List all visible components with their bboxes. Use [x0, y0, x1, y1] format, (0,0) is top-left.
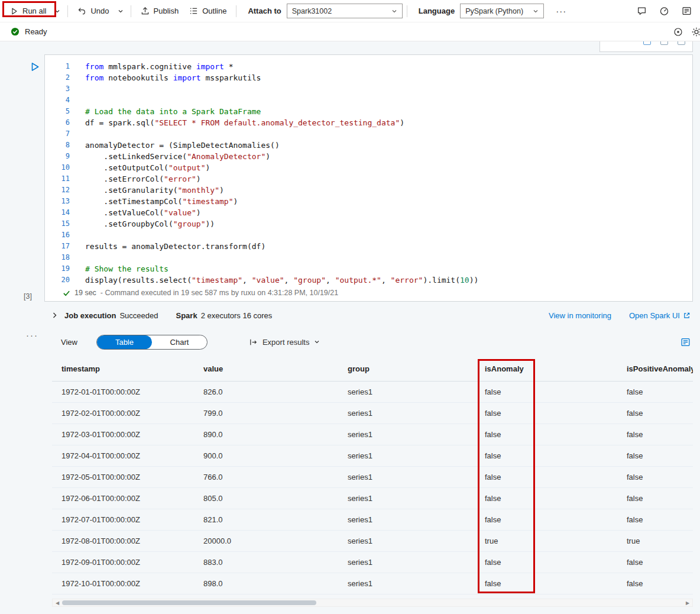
settings-button[interactable]	[691, 27, 700, 37]
cell-more-actions[interactable]: ···	[26, 330, 38, 340]
outline-label: Outline	[202, 7, 226, 15]
column-header[interactable]: timestamp	[52, 364, 194, 373]
more-commands-button[interactable]: ···	[552, 4, 570, 18]
table-row[interactable]: 1972-07-01T00:00:00Z821.0series1falsefal…	[52, 509, 693, 531]
job-links: View in monitoring Open Spark UI	[549, 311, 691, 320]
table-cell: 1972-05-01T00:00:00Z	[52, 473, 194, 481]
view-options-icon	[680, 337, 691, 347]
line-number: 4	[45, 95, 70, 106]
execution-count: [3]	[24, 292, 32, 300]
toolbar-divider	[236, 5, 236, 17]
tab-chart[interactable]: Chart	[152, 335, 207, 349]
table-cell: false	[617, 409, 693, 418]
table-row[interactable]: 1972-04-01T00:00:00Z900.0series1falsefal…	[52, 445, 693, 467]
line-number: 8	[45, 140, 70, 151]
code-line: 14 .setValueCol("value")	[45, 207, 692, 218]
table-cell: false	[475, 451, 617, 460]
publish-icon	[141, 7, 150, 15]
language-select[interactable]: PySpark (Python)	[460, 4, 544, 18]
line-number: 1	[45, 61, 70, 72]
export-results-button[interactable]: Export results	[249, 338, 320, 347]
table-cell: series1	[338, 473, 475, 481]
run-all-dropdown-button[interactable]	[51, 5, 63, 17]
play-icon	[30, 62, 40, 72]
session-status-bar: Ready	[0, 22, 700, 41]
publish-button[interactable]: Publish	[135, 4, 184, 18]
table-row[interactable]: 1972-05-01T00:00:00Z766.0series1falsefal…	[52, 467, 693, 488]
run-all-label: Run all	[22, 7, 46, 15]
outline-button[interactable]: Outline	[184, 4, 232, 18]
code-line: 19# Show the results	[45, 263, 692, 274]
chevron-down-icon	[118, 8, 124, 14]
table-row[interactable]: 1972-06-01T00:00:00Z805.0series1falsefal…	[52, 488, 693, 509]
scroll-right-arrow-icon[interactable]: ▶	[683, 600, 692, 606]
attach-to-select[interactable]: Spark31002	[287, 4, 403, 18]
line-number: 5	[45, 106, 70, 117]
scrollbar-thumb[interactable]	[62, 600, 316, 605]
language-value: PySpark (Python)	[465, 7, 523, 15]
comments-button[interactable]	[637, 6, 647, 16]
table-cell: 1972-06-01T00:00:00Z	[52, 494, 194, 503]
outline-icon	[189, 7, 198, 15]
spark-monitor-button[interactable]	[659, 6, 669, 16]
table-row[interactable]: 1972-08-01T00:00:00Z20000.0series1truetr…	[52, 531, 693, 552]
table-cell: series1	[338, 451, 475, 460]
scrollbar-track[interactable]	[62, 599, 683, 606]
export-icon	[249, 338, 258, 347]
table-row[interactable]: 1972-09-01T00:00:00Z883.0series1falsefal…	[52, 552, 693, 573]
code-editor[interactable]: 1from mmlspark.cognitive import *2from n…	[45, 55, 692, 286]
table-cell: series1	[338, 515, 475, 524]
open-spark-ui-link[interactable]: Open Spark UI	[629, 311, 691, 320]
view-toggle: Table Chart	[96, 335, 208, 350]
table-row[interactable]: 1972-10-01T00:00:00Z898.0series1falsefal…	[52, 573, 693, 594]
attach-to-label: Attach to	[248, 7, 281, 15]
undo-button[interactable]: Undo	[72, 4, 114, 18]
chevron-down-icon	[314, 339, 320, 345]
table-cell: 1972-03-01T00:00:00Z	[52, 430, 194, 439]
undo-icon	[77, 7, 86, 15]
session-info-button[interactable]	[673, 27, 683, 37]
run-cell-button[interactable]	[28, 60, 41, 73]
table-cell: series1	[338, 387, 475, 396]
undo-dropdown-button[interactable]	[115, 5, 127, 17]
attach-to-value: Spark31002	[292, 7, 332, 15]
monitor-gauge-icon	[659, 6, 669, 16]
scroll-left-arrow-icon[interactable]: ◀	[53, 600, 62, 606]
column-header[interactable]: isAnomaly	[475, 364, 617, 373]
table-cell: false	[617, 473, 693, 481]
open-spark-ui-label: Open Spark UI	[629, 311, 680, 320]
cell-toolbar-partial[interactable]	[599, 41, 693, 52]
table-cell: 1972-08-01T00:00:00Z	[52, 537, 194, 545]
view-label: View	[61, 338, 77, 347]
line-number: 7	[45, 128, 70, 140]
view-options-button[interactable]	[680, 337, 691, 347]
code-line: 1from mmlspark.cognitive import *	[45, 61, 692, 72]
table-body: 1972-01-01T00:00:00Z826.0series1falsefal…	[52, 382, 693, 594]
code-line: 5# Load the data into a Spark DataFrame	[45, 106, 692, 117]
table-cell: 1972-07-01T00:00:00Z	[52, 515, 194, 524]
table-cell: series1	[338, 558, 475, 567]
check-icon	[63, 289, 70, 297]
column-header[interactable]: group	[338, 364, 475, 373]
tab-table[interactable]: Table	[97, 335, 152, 349]
table-cell: false	[475, 494, 617, 503]
notebook-sessions-icon	[682, 6, 692, 16]
run-all-button[interactable]: Run all	[5, 4, 51, 18]
job-expand-button[interactable]	[52, 312, 57, 319]
view-in-monitoring-link[interactable]: View in monitoring	[549, 311, 611, 320]
table-row[interactable]: 1972-03-01T00:00:00Z890.0series1falsefal…	[52, 424, 693, 445]
table-cell: 20000.0	[194, 537, 338, 545]
horizontal-scrollbar[interactable]: ◀ ▶	[52, 599, 693, 607]
table-row[interactable]: 1972-01-01T00:00:00Z826.0series1falsefal…	[52, 382, 693, 403]
sessions-button[interactable]	[682, 6, 692, 16]
table-row[interactable]: 1972-02-01T00:00:00Z799.0series1falsefal…	[52, 403, 693, 424]
code-line: 2from notebookutils import mssparkutils	[45, 72, 692, 83]
execution-duration: 19 sec	[74, 289, 96, 297]
run-icon	[10, 7, 18, 15]
column-header[interactable]: isPositiveAnomaly	[617, 364, 693, 373]
column-header[interactable]: value	[194, 364, 338, 373]
external-link-icon	[683, 312, 691, 319]
code-line: 16	[45, 230, 692, 241]
table-cell: false	[617, 451, 693, 460]
export-results-label: Export results	[262, 338, 309, 347]
